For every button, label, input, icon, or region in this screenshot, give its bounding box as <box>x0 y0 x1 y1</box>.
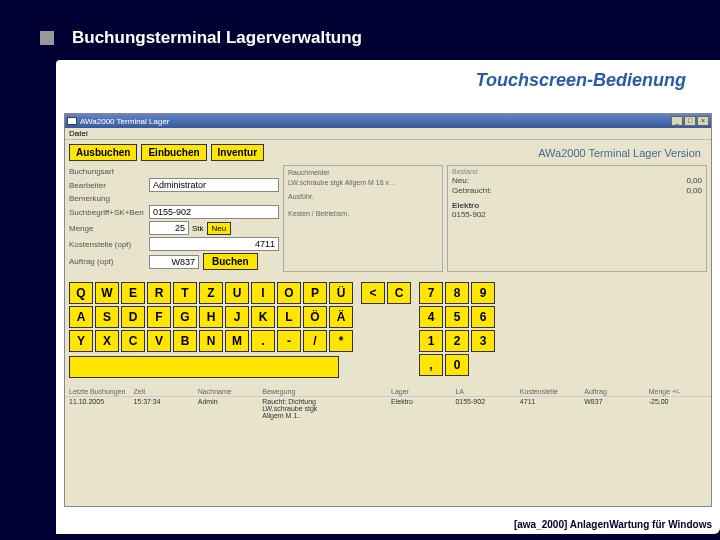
key-*[interactable]: * <box>329 330 353 352</box>
key-d[interactable]: D <box>121 306 145 328</box>
neu-value: 0,00 <box>686 176 702 185</box>
key-0[interactable]: 0 <box>445 354 469 376</box>
slide-title: Buchungsterminal Lagerverwaltung <box>72 28 362 48</box>
key-h[interactable]: H <box>199 306 223 328</box>
grid-header-cell: Kostenstelle <box>520 388 578 395</box>
key-l[interactable]: L <box>277 306 301 328</box>
label-auftrag: Auftrag (opt) <box>69 257 149 266</box>
key-y[interactable]: Y <box>69 330 93 352</box>
key-x[interactable]: X <box>95 330 119 352</box>
label-bemerkung: Bemerkung <box>69 194 149 203</box>
key-q[interactable]: Q <box>69 282 93 304</box>
key-c[interactable]: C <box>387 282 411 304</box>
label-kostenstelle: Kostenstelle (opt) <box>69 240 149 249</box>
key-a[interactable]: A <box>69 306 93 328</box>
menge-input[interactable]: 25 <box>149 221 189 235</box>
inventur-button[interactable]: Inventur <box>211 144 264 161</box>
grid-header-cell: Letzte Buchungen <box>69 388 127 395</box>
key-1[interactable]: 1 <box>419 330 443 352</box>
key-r[interactable]: R <box>147 282 171 304</box>
mid-line3: Ausführ. <box>288 192 438 202</box>
key-2[interactable]: 2 <box>445 330 469 352</box>
titlebar: AWa2000 Terminal Lager _ □ × <box>65 114 711 128</box>
key-w[interactable]: W <box>95 282 119 304</box>
kostenstelle-input[interactable]: 4711 <box>149 237 279 251</box>
grid-cell: -25,00 <box>649 398 707 419</box>
grid-header-cell: Zeit <box>133 388 191 395</box>
grid-cell: 11.10.2005 <box>69 398 127 419</box>
bearbeiter-input[interactable]: Administrator <box>149 178 279 192</box>
key-t[interactable]: T <box>173 282 197 304</box>
key-o[interactable]: O <box>277 282 301 304</box>
key--[interactable]: - <box>277 330 301 352</box>
key-z[interactable]: Z <box>199 282 223 304</box>
key-ö[interactable]: Ö <box>303 306 327 328</box>
stock-name: Elektro <box>452 201 702 210</box>
grid-cell: 15:37:34 <box>133 398 191 419</box>
app-window: AWa2000 Terminal Lager _ □ × Datei Ausbu… <box>64 113 712 507</box>
key-g[interactable]: G <box>173 306 197 328</box>
label-buchungsart: Buchungsart <box>69 167 149 176</box>
key-7[interactable]: 7 <box>419 282 443 304</box>
key-k[interactable]: K <box>251 306 275 328</box>
key-.[interactable]: . <box>251 330 275 352</box>
key-i[interactable]: I <box>251 282 275 304</box>
grid-header-cell: Auftrag <box>584 388 642 395</box>
item-detail-box: Rauchmelder LW.schraube stgk Allgem M 18… <box>283 165 443 272</box>
key-<[interactable]: < <box>361 282 385 304</box>
minimize-button[interactable]: _ <box>671 116 683 126</box>
close-button[interactable]: × <box>697 116 709 126</box>
stock-code: 0155-902 <box>452 210 702 219</box>
einbuchen-button[interactable]: Einbuchen <box>141 144 206 161</box>
key-f[interactable]: F <box>147 306 171 328</box>
space-key[interactable] <box>69 356 339 378</box>
app-icon <box>67 117 77 125</box>
menu-bar[interactable]: Datei <box>65 128 711 140</box>
mid-line1: Rauchmelder <box>288 168 438 178</box>
key-j[interactable]: J <box>225 306 249 328</box>
grid-header-cell: Menge +/- <box>649 388 707 395</box>
key-p[interactable]: P <box>303 282 327 304</box>
key-8[interactable]: 8 <box>445 282 469 304</box>
key-5[interactable]: 5 <box>445 306 469 328</box>
numpad: 789 456 123 ,0 <box>419 282 495 378</box>
unit-label: Stk <box>192 224 204 233</box>
keyboard-main: QWERTZUIOPÜ ASDFGHJKLÖÄ YXCVBNM.-/* <box>69 282 353 378</box>
key-n[interactable]: N <box>199 330 223 352</box>
window-title: AWa2000 Terminal Lager <box>80 117 170 126</box>
key-s[interactable]: S <box>95 306 119 328</box>
key-9[interactable]: 9 <box>471 282 495 304</box>
grid-cell: 0155-902 <box>455 398 513 419</box>
neu-button[interactable]: Neu <box>207 222 232 235</box>
grid-cell: 4711 <box>520 398 578 419</box>
ausbuchen-button[interactable]: Ausbuchen <box>69 144 137 161</box>
key-4[interactable]: 4 <box>419 306 443 328</box>
grid-header-cell: Bewegung <box>262 388 320 395</box>
key-3[interactable]: 3 <box>471 330 495 352</box>
key-/[interactable]: / <box>303 330 327 352</box>
auftrag-input[interactable]: W837 <box>149 255 199 269</box>
bullet-icon <box>40 31 54 45</box>
buchen-button[interactable]: Buchen <box>203 253 258 270</box>
maximize-button[interactable]: □ <box>684 116 696 126</box>
key-ü[interactable]: Ü <box>329 282 353 304</box>
key-c[interactable]: C <box>121 330 145 352</box>
key-v[interactable]: V <box>147 330 171 352</box>
grid-cell <box>327 398 385 419</box>
label-bearbeiter: Bearbeiter <box>69 181 149 190</box>
key-6[interactable]: 6 <box>471 306 495 328</box>
key-m[interactable]: M <box>225 330 249 352</box>
key-u[interactable]: U <box>225 282 249 304</box>
key-ä[interactable]: Ä <box>329 306 353 328</box>
grid-cell: Raucht: Dichtung LW.schraube stgk Allgem… <box>262 398 320 419</box>
grid-cell: Admin <box>198 398 256 419</box>
neu-label: Neu: <box>452 176 469 185</box>
grid-header-cell: LA <box>455 388 513 395</box>
key-b[interactable]: B <box>173 330 197 352</box>
key-,[interactable]: , <box>419 354 443 376</box>
suchbegriff-input[interactable]: 0155-902 <box>149 205 279 219</box>
key-e[interactable]: E <box>121 282 145 304</box>
grid-cell: Elektro <box>391 398 449 419</box>
stock-box: Bestand Neu:0,00 Gebraucht:0,00 Elektro … <box>447 165 707 272</box>
stock-header: Bestand <box>452 168 702 175</box>
